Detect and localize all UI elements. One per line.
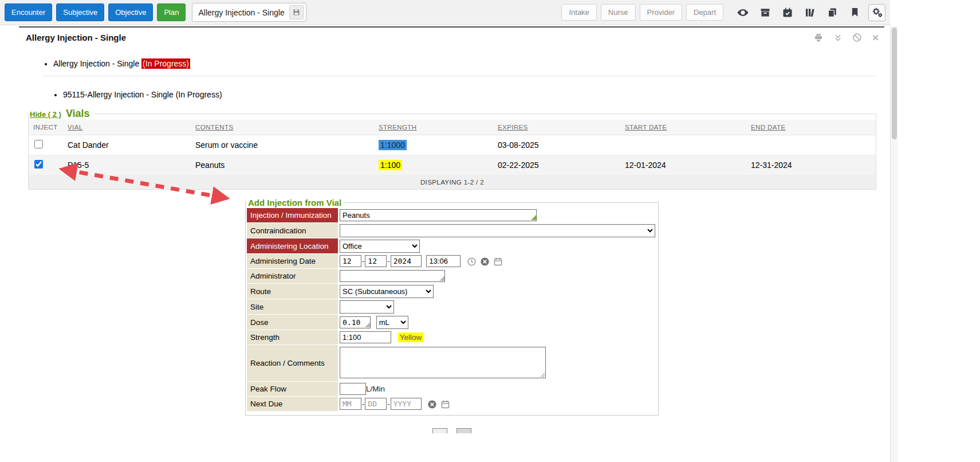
dose-unit-select[interactable]: mL bbox=[376, 316, 408, 329]
administrator-input[interactable] bbox=[340, 270, 445, 282]
next-due-month-input[interactable] bbox=[340, 398, 361, 410]
contraindication-select[interactable] bbox=[340, 224, 655, 237]
document-tab-label: Allergy Injection - Single bbox=[198, 8, 284, 17]
clear-next-due-icon[interactable] bbox=[427, 400, 437, 409]
vial-cell: P15-5 bbox=[63, 155, 191, 175]
nurse-button[interactable]: Nurse bbox=[601, 4, 636, 21]
bookmark-icon[interactable] bbox=[846, 4, 863, 21]
hide-vials-link[interactable]: Hide ( 2 ) bbox=[30, 110, 61, 119]
status-bullet-text: Allergy Injection - Single bbox=[53, 59, 141, 68]
next-due-label: Next Due bbox=[247, 397, 338, 412]
next-due-year-input[interactable] bbox=[391, 398, 422, 410]
intake-button[interactable]: Intake bbox=[561, 4, 596, 21]
column-header-contents[interactable]: CONTENTS bbox=[191, 120, 374, 135]
next-due-day-input[interactable] bbox=[365, 398, 387, 410]
calendar-picker-icon[interactable] bbox=[493, 257, 503, 267]
plan-button[interactable]: Plan bbox=[157, 3, 186, 21]
panel-header: Allergy Injection - Single × bbox=[19, 28, 884, 44]
eye-icon[interactable] bbox=[734, 4, 751, 21]
no-entry-icon[interactable] bbox=[852, 33, 862, 42]
inject-checkbox-cat-dander[interactable] bbox=[34, 140, 43, 148]
objective-button[interactable]: Objective bbox=[108, 3, 153, 21]
admin-date-year-input[interactable] bbox=[391, 255, 422, 267]
dose-label: Dose bbox=[247, 315, 338, 330]
reaction-comments-textarea[interactable] bbox=[340, 347, 546, 378]
start-date-cell bbox=[620, 135, 746, 155]
copy-icon[interactable] bbox=[824, 4, 841, 21]
next-due-calendar-icon[interactable] bbox=[440, 400, 450, 409]
depart-button[interactable]: Depart bbox=[686, 4, 723, 21]
divider bbox=[43, 76, 876, 76]
contents-cell: Peanuts bbox=[191, 155, 374, 175]
end-date-cell bbox=[746, 135, 876, 155]
print-icon[interactable] bbox=[813, 33, 824, 43]
subjective-button[interactable]: Subjective bbox=[56, 3, 104, 21]
vial-row-cat-dander: Cat Dander Serum or vaccine 1:1000 03-08… bbox=[29, 135, 876, 155]
form-row-site: Site bbox=[247, 299, 657, 315]
paging-status: DISPLAYING 1-2 / 2 bbox=[29, 175, 876, 190]
admin-date-month-input[interactable] bbox=[340, 255, 361, 267]
scrollbar-thumb[interactable] bbox=[892, 28, 897, 139]
admin-time-input[interactable] bbox=[426, 255, 461, 267]
vial-cell: Cat Dander bbox=[63, 135, 191, 155]
column-header-expires[interactable]: EXPIRES bbox=[493, 120, 620, 135]
gears-icon[interactable] bbox=[868, 4, 885, 21]
strength-highlight-yellow: 1:100 bbox=[379, 160, 402, 170]
form-row-strength: Strength Yellow bbox=[247, 330, 657, 345]
vial-row-p15-5: P15-5 Peanuts 1:100 02-22-2025 12-01-202… bbox=[29, 155, 876, 175]
status-bullet-item: Allergy Injection - Single (In Progress) bbox=[53, 59, 884, 68]
form-row-route: Route SC (Subcutaneous) bbox=[247, 284, 657, 299]
date-separator: - bbox=[362, 257, 364, 265]
admin-date-day-input[interactable] bbox=[365, 255, 387, 267]
date-separator: - bbox=[387, 400, 389, 408]
strength-cell: 1:1000 bbox=[374, 135, 493, 155]
injection-input[interactable] bbox=[340, 209, 537, 221]
form-action-button[interactable] bbox=[432, 428, 447, 433]
current-time-icon[interactable] bbox=[467, 257, 477, 267]
code-bullet-text: 95115-Allergy Injection - Single (In Pro… bbox=[63, 90, 222, 99]
administering-date-label: Administering Date bbox=[247, 254, 338, 269]
strength-highlight-blue: 1:1000 bbox=[379, 140, 407, 150]
peak-flow-unit: L/Min bbox=[366, 385, 385, 393]
provider-button[interactable]: Provider bbox=[640, 4, 682, 21]
allergy-injection-panel: Allergy Injection - Single × Allergy Inj… bbox=[19, 26, 884, 433]
encounter-button[interactable]: Encounter bbox=[5, 3, 52, 21]
form-row-next-due: Next Due -- bbox=[247, 397, 657, 412]
contents-cell: Serum or vaccine bbox=[191, 135, 374, 155]
archive-box-icon[interactable] bbox=[757, 4, 774, 21]
vials-section-title: Vials bbox=[66, 108, 90, 120]
close-icon[interactable]: × bbox=[872, 32, 879, 43]
column-header-end-date[interactable]: END DATE bbox=[746, 120, 876, 135]
administrator-label: Administrator bbox=[247, 269, 338, 284]
top-toolbar: Encounter Subjective Objective Plan Alle… bbox=[0, 0, 890, 25]
topbar-icon-strip bbox=[734, 4, 885, 21]
document-tab[interactable]: Allergy Injection - Single bbox=[192, 3, 306, 22]
end-date-cell: 12-31-2024 bbox=[746, 155, 876, 175]
add-injection-form: Add Injection from Vial Injection / Immu… bbox=[245, 198, 659, 416]
column-header-start-date[interactable]: START DATE bbox=[620, 120, 746, 135]
site-label: Site bbox=[247, 299, 338, 315]
status-badge: (In Progress) bbox=[141, 58, 190, 69]
panel-header-icons: × bbox=[813, 32, 879, 43]
strength-input[interactable] bbox=[340, 331, 391, 343]
books-icon[interactable] bbox=[801, 4, 818, 21]
peak-flow-input[interactable] bbox=[340, 383, 366, 395]
calendar-check-icon[interactable] bbox=[779, 4, 796, 21]
expires-cell: 03-08-2025 bbox=[493, 135, 620, 155]
save-icon[interactable] bbox=[289, 5, 304, 19]
site-select[interactable] bbox=[340, 300, 394, 314]
dose-input[interactable] bbox=[340, 316, 371, 328]
date-separator: - bbox=[387, 257, 389, 265]
form-title: Add Injection from Vial bbox=[247, 198, 345, 207]
form-row-reaction: Reaction / Comments bbox=[247, 345, 657, 382]
vertical-scrollbar[interactable] bbox=[890, 26, 898, 462]
form-row-contraindication: Contraindication bbox=[247, 223, 657, 238]
route-select[interactable]: SC (Subcutaneous) bbox=[340, 285, 434, 298]
administering-location-select[interactable]: Office bbox=[340, 240, 420, 253]
collapse-chevrons-icon[interactable] bbox=[834, 34, 842, 42]
column-header-vial[interactable]: VIAL bbox=[63, 120, 191, 135]
inject-checkbox-p15-5[interactable] bbox=[34, 160, 43, 169]
column-header-strength[interactable]: STRENGTH bbox=[374, 120, 493, 135]
clear-date-icon[interactable] bbox=[480, 257, 490, 267]
form-action-button[interactable] bbox=[456, 428, 471, 433]
